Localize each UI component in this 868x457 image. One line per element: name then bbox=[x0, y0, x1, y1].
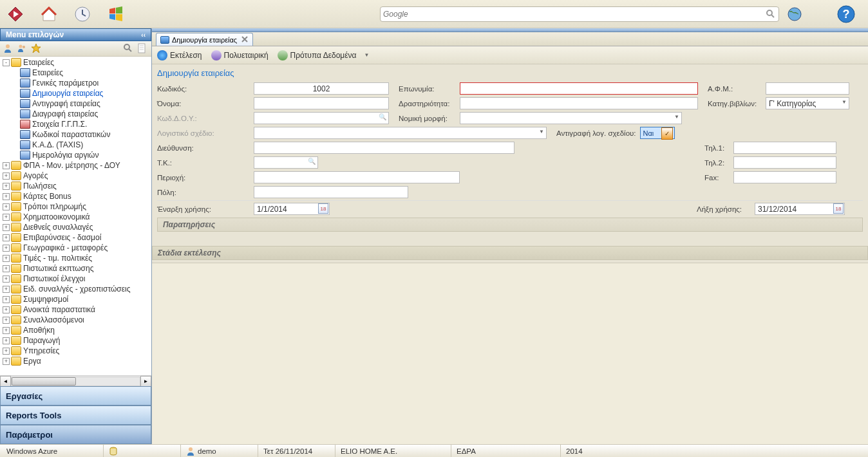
tree-item[interactable]: Δημιουργία εταιρείας bbox=[0, 88, 151, 98]
tree-item-label: Στοιχεία Γ.Γ.Π.Σ. bbox=[32, 120, 87, 129]
tree-item[interactable]: +Συμψηφισμοί bbox=[0, 294, 151, 304]
expand-icon[interactable]: + bbox=[3, 224, 10, 231]
name-input[interactable] bbox=[254, 97, 389, 109]
accordion-ergasies[interactable]: Εργασίες bbox=[0, 386, 151, 406]
clock-icon[interactable] bbox=[72, 4, 93, 24]
home-icon[interactable] bbox=[39, 4, 59, 24]
document-icon[interactable] bbox=[137, 43, 149, 55]
expand-icon[interactable]: + bbox=[3, 255, 10, 262]
search-box[interactable] bbox=[380, 6, 779, 22]
tree-item[interactable]: Εταιρείες bbox=[0, 68, 151, 78]
tree-item[interactable]: -Εταιρείες bbox=[0, 57, 151, 68]
tab-create-company[interactable]: Δημιουργία εταιρείας bbox=[156, 33, 253, 46]
close-icon[interactable] bbox=[241, 35, 250, 44]
fax-input[interactable] bbox=[733, 171, 836, 183]
tree-item[interactable]: +Ειδ. συναλ/γές - χρεοπιστώσεις bbox=[0, 284, 151, 294]
code-input[interactable] bbox=[254, 82, 389, 95]
run-button[interactable]: Εκτέλεση bbox=[157, 50, 202, 61]
bookcat-select[interactable] bbox=[766, 97, 849, 109]
app-logo-icon[interactable] bbox=[5, 4, 26, 24]
tree-item[interactable]: +Υπηρεσίες bbox=[0, 346, 151, 356]
expand-icon[interactable]: + bbox=[3, 275, 10, 283]
collapse-icon[interactable]: - bbox=[3, 59, 10, 66]
tree-item[interactable]: +Παραγωγή bbox=[0, 335, 151, 346]
search-input[interactable] bbox=[383, 10, 766, 19]
scroll-right-icon[interactable]: ► bbox=[140, 376, 151, 387]
expand-icon[interactable]: + bbox=[3, 173, 10, 180]
tree-item[interactable]: Αντιγραφή εταιρείας bbox=[0, 98, 151, 109]
tree-item[interactable]: +Επιβαρύνσεις - δασμοί bbox=[0, 232, 151, 243]
tree-item[interactable]: +Ανοικτά παραστατικά bbox=[0, 304, 151, 315]
tree-item[interactable]: Ημερολόγια αργιών bbox=[0, 150, 151, 160]
tree-item[interactable]: +Εργα bbox=[0, 356, 151, 366]
calendar-icon[interactable]: 18 bbox=[833, 203, 844, 214]
expand-icon[interactable]: + bbox=[3, 296, 10, 303]
expand-icon[interactable]: + bbox=[3, 306, 10, 313]
expand-icon[interactable]: + bbox=[3, 337, 10, 344]
afm-input[interactable] bbox=[766, 82, 849, 95]
accordion-parametroi[interactable]: Παράμετροι bbox=[0, 425, 151, 444]
star-icon[interactable] bbox=[31, 43, 42, 55]
tree-item[interactable]: +Πιστωτικά εκπτωσης bbox=[0, 263, 151, 274]
search-icon[interactable] bbox=[766, 9, 776, 19]
address-input[interactable] bbox=[254, 142, 514, 154]
expand-icon[interactable]: + bbox=[3, 265, 10, 272]
expand-icon[interactable]: + bbox=[3, 203, 10, 210]
search-small-icon[interactable] bbox=[123, 43, 135, 55]
scroll-thumb[interactable] bbox=[12, 377, 76, 386]
tree-item[interactable]: +Τιμές - τιμ. πολιτικές bbox=[0, 253, 151, 263]
template-data-button[interactable]: Πρότυπα Δεδομένα ▼ bbox=[278, 50, 370, 61]
accordion-reports[interactable]: Reports Tools bbox=[0, 406, 151, 425]
tree-item[interactable]: Στοιχεία Γ.Γ.Π.Σ. bbox=[0, 119, 151, 129]
multicompany-button[interactable]: Πολυεταιρική bbox=[211, 50, 269, 61]
tree-item[interactable]: +Κάρτες Bonus bbox=[0, 191, 151, 201]
tel2-input[interactable] bbox=[733, 156, 836, 169]
tree-item[interactable]: Κωδικοί παραστατικών bbox=[0, 129, 151, 140]
help-icon[interactable]: ? bbox=[836, 4, 856, 24]
end-date-input[interactable] bbox=[755, 203, 845, 215]
tree-item[interactable]: +Πιστωτικοί έλεγχοι bbox=[0, 274, 151, 284]
calendar-icon[interactable]: 18 bbox=[318, 203, 328, 214]
collapse-icon[interactable]: ‹‹ bbox=[141, 32, 146, 39]
tree-item[interactable]: +Χρηματοοικονομικά bbox=[0, 212, 151, 222]
tree-item[interactable]: +Διεθνείς συναλλαγές bbox=[0, 222, 151, 232]
tree-item[interactable]: +Αγορές bbox=[0, 171, 151, 181]
horizontal-scrollbar[interactable]: ◄ ► bbox=[0, 375, 151, 386]
globe-icon[interactable] bbox=[784, 4, 805, 24]
activity-input[interactable] bbox=[460, 97, 698, 109]
expand-icon[interactable]: + bbox=[3, 193, 10, 200]
expand-icon[interactable]: + bbox=[3, 327, 10, 334]
doy-input[interactable] bbox=[254, 112, 389, 124]
tk-input[interactable] bbox=[254, 156, 318, 169]
tree-item-label: Χρηματοοικονομικά bbox=[23, 212, 90, 221]
users-icon[interactable] bbox=[17, 43, 28, 55]
expand-icon[interactable]: + bbox=[3, 234, 10, 241]
region-input[interactable] bbox=[254, 171, 460, 183]
eponymia-input[interactable] bbox=[460, 82, 698, 95]
expand-icon[interactable]: + bbox=[3, 348, 10, 355]
tree-item[interactable]: +Πωλήσεις bbox=[0, 181, 151, 191]
windows-icon[interactable] bbox=[106, 4, 126, 24]
scroll-left-icon[interactable]: ◄ bbox=[0, 376, 11, 387]
user-icon[interactable] bbox=[3, 43, 14, 55]
copyacc-toggle[interactable]: Ναι bbox=[640, 127, 675, 139]
tree-item[interactable]: +Γεωγραφικά - μεταφορές bbox=[0, 243, 151, 253]
tree-item[interactable]: Κ.Α.Δ. (TAXIS) bbox=[0, 140, 151, 150]
tel1-input[interactable] bbox=[733, 142, 836, 154]
expand-icon[interactable]: + bbox=[3, 214, 10, 221]
tree-item[interactable]: Γενικές παράμετροι bbox=[0, 78, 151, 88]
tree-item[interactable]: Διαγραφή εταιρείας bbox=[0, 109, 151, 119]
accplan-select[interactable] bbox=[254, 127, 547, 139]
expand-icon[interactable]: + bbox=[3, 358, 10, 365]
tree-item[interactable]: +Τρόποι πληρωμής bbox=[0, 201, 151, 212]
city-input[interactable] bbox=[254, 186, 408, 198]
expand-icon[interactable]: + bbox=[3, 183, 10, 190]
expand-icon[interactable]: + bbox=[3, 245, 10, 252]
expand-icon[interactable]: + bbox=[3, 162, 10, 169]
legal-select[interactable] bbox=[460, 112, 682, 124]
tree-item[interactable]: +Αποθήκη bbox=[0, 325, 151, 335]
tree-item[interactable]: +ΦΠΑ - Μον. μέτρησης - ΔΟΥ bbox=[0, 160, 151, 171]
tree-item[interactable]: +Συναλλασσόμενοι bbox=[0, 315, 151, 325]
expand-icon[interactable]: + bbox=[3, 286, 10, 293]
expand-icon[interactable]: + bbox=[3, 317, 10, 324]
